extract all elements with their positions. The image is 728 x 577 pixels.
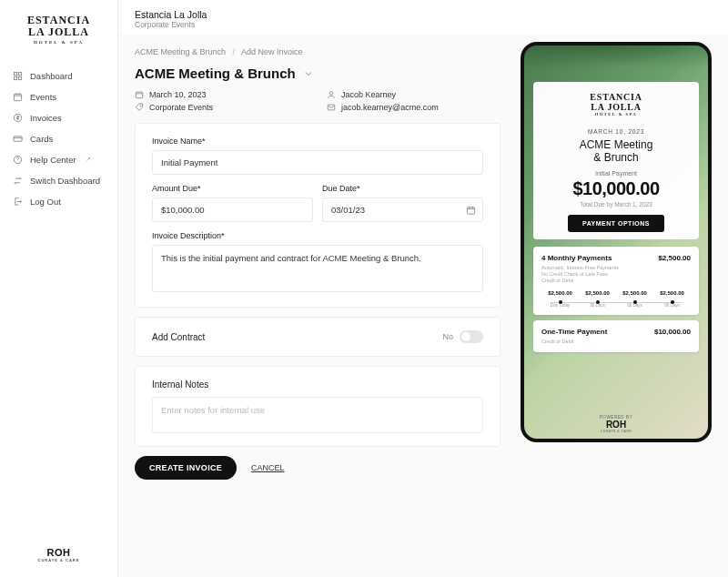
main: Estancia La Jolla Corporate Events ACME … xyxy=(118,0,728,577)
nav-label: Events xyxy=(30,92,56,102)
opt-monthly-title: 4 Monthly Payments xyxy=(541,254,612,262)
add-contract-toggle[interactable] xyxy=(460,330,483,343)
logout-icon xyxy=(13,197,23,207)
chevron-down-icon[interactable] xyxy=(303,68,314,79)
opt-onetime-title: One-Time Payment xyxy=(541,328,607,336)
nav-label: Dashboard xyxy=(30,71,72,81)
opt-monthly-amount: $2,500.00 xyxy=(658,254,691,262)
nav-logout[interactable]: Log Out xyxy=(0,191,117,212)
nav-events[interactable]: Events xyxy=(0,86,117,107)
preview-logo: ESTANCIA LA JOLLA HOTEL & SPA xyxy=(542,93,690,117)
svg-point-9 xyxy=(329,92,332,95)
switch-icon xyxy=(13,176,23,186)
opt-monthly-schedule: $2,500.00Due Today $2,500.0030 Days $2,5… xyxy=(541,290,691,308)
calendar-icon xyxy=(13,92,23,102)
create-invoice-button[interactable]: CREATE INVOICE xyxy=(135,456,237,480)
svg-rect-8 xyxy=(136,92,143,98)
internal-notes-card: Internal Notes Enter notes for internal … xyxy=(135,366,500,447)
palm-bg xyxy=(521,42,712,82)
tag-icon xyxy=(135,103,144,112)
toggle-state-label: No xyxy=(442,332,453,341)
preview-footer-sub: CURATE & CARE xyxy=(524,430,708,433)
nav-invoices[interactable]: Invoices xyxy=(0,107,117,128)
svg-rect-12 xyxy=(467,207,474,213)
breadcrumb-current: Add New Invoice xyxy=(241,47,303,56)
dashboard-icon xyxy=(13,71,23,81)
nav-label: Cards xyxy=(30,134,53,144)
card-icon xyxy=(13,134,23,144)
mobile-preview: ESTANCIA LA JOLLA HOTEL & SPA MARCH 10, … xyxy=(521,42,712,562)
preview-total-due: Total Due by March 1, 2023 xyxy=(542,201,690,208)
meta-contact-name: Jacob Kearney xyxy=(341,90,396,99)
opt-onetime-amount: $10,000.00 xyxy=(654,328,691,336)
calendar-icon xyxy=(135,90,144,99)
breadcrumb-sep: / xyxy=(233,47,236,56)
svg-rect-4 xyxy=(14,94,21,100)
external-icon: ↗ xyxy=(86,156,91,163)
preview-event: ACME Meeting & Brunch xyxy=(542,138,690,165)
footer-brand-sub: CURATE & CARE xyxy=(0,558,117,562)
nav-label: Switch Dashboard xyxy=(30,176,100,186)
topbar-sub: Corporate Events xyxy=(135,20,712,29)
brand-logo: ESTANCIA LA JOLLA HOTEL & SPA xyxy=(0,15,117,46)
help-icon xyxy=(13,155,23,165)
nav-label: Log Out xyxy=(30,197,61,207)
svg-rect-1 xyxy=(18,72,21,75)
preview-date: MARCH 10, 2023 xyxy=(542,128,690,135)
internal-notes-input[interactable]: Enter notes for internal use xyxy=(152,397,483,433)
nav-switch[interactable]: Switch Dashboard xyxy=(0,170,117,191)
topbar-title: Estancia La Jolla xyxy=(135,9,712,20)
svg-rect-2 xyxy=(14,76,16,79)
dollar-icon xyxy=(13,113,23,123)
sidebar-footer-brand: ROH CURATE & CARE xyxy=(0,547,117,562)
nav-help[interactable]: Help Center ↗ xyxy=(0,149,117,170)
add-contract-card: Add Contract No xyxy=(135,317,500,357)
brand-line2: LA JOLLA xyxy=(0,26,117,38)
preview-monthly-option: 4 Monthly Payments $2,500.00 Automatic, … xyxy=(533,247,699,315)
invoice-name-input[interactable] xyxy=(152,150,483,175)
sidebar: ESTANCIA LA JOLLA HOTEL & SPA Dashboard … xyxy=(0,0,118,577)
nav-cards[interactable]: Cards xyxy=(0,128,117,149)
brand-sub: HOTEL & SPA xyxy=(0,40,117,46)
label-due-date: Due Date* xyxy=(322,184,483,193)
cancel-button[interactable]: CANCEL xyxy=(251,463,285,472)
label-add-contract: Add Contract xyxy=(152,332,205,342)
opt-monthly-sub: Automatic, Interest-Free Payments No Cre… xyxy=(541,265,691,284)
svg-rect-0 xyxy=(14,72,16,75)
invoice-form-card: Invoice Name* Amount Due* Due Date* xyxy=(135,123,500,308)
breadcrumb: ACME Meeting & Brunch / Add New Invoice xyxy=(135,42,500,66)
label-description: Invoice Description* xyxy=(152,231,483,240)
meta-category: Corporate Events xyxy=(149,103,213,112)
nav: Dashboard Events Invoices Cards Help Cen… xyxy=(0,66,117,547)
nav-label: Invoices xyxy=(30,113,62,123)
person-icon xyxy=(327,90,336,99)
svg-point-10 xyxy=(140,106,141,106)
page-title: ACME Meeting & Brunch xyxy=(135,66,296,81)
topbar: Estancia La Jolla Corporate Events xyxy=(118,0,728,35)
opt-onetime-sub: Credit or Debit xyxy=(541,339,691,345)
preview-options-button: PAYMENT OPTIONS xyxy=(568,215,664,232)
preview-header-card: ESTANCIA LA JOLLA HOTEL & SPA MARCH 10, … xyxy=(533,82,699,239)
preview-payment-name: Initial Payment xyxy=(542,170,690,177)
calendar-picker-icon[interactable] xyxy=(466,205,476,215)
footer-brand-name: ROH xyxy=(0,547,117,558)
svg-rect-3 xyxy=(18,76,21,79)
preview-amount: $10,000.00 xyxy=(542,178,690,199)
preview-onetime-option: One-Time Payment $10,000.00 Credit or De… xyxy=(533,320,699,352)
nav-dashboard[interactable]: Dashboard xyxy=(0,66,117,86)
label-amount-due: Amount Due* xyxy=(152,184,313,193)
label-invoice-name: Invoice Name* xyxy=(152,137,483,146)
preview-footer-brand: ROH xyxy=(524,420,708,430)
meta-contact-email: jacob.kearney@acme.com xyxy=(341,103,439,112)
phone-frame: ESTANCIA LA JOLLA HOTEL & SPA MARCH 10, … xyxy=(521,42,712,442)
mail-icon xyxy=(327,103,336,112)
amount-due-input[interactable] xyxy=(152,197,313,222)
breadcrumb-parent[interactable]: ACME Meeting & Brunch xyxy=(135,47,226,56)
nav-label: Help Center xyxy=(30,155,76,165)
svg-rect-6 xyxy=(14,137,22,142)
meta-date: March 10, 2023 xyxy=(149,90,207,99)
due-date-input[interactable] xyxy=(322,197,483,222)
event-meta: March 10, 2023 Jacob Kearney Corporate E… xyxy=(135,90,500,112)
label-internal-notes: Internal Notes xyxy=(152,380,483,390)
description-textarea[interactable]: This is the initial payment and contract… xyxy=(152,245,483,292)
